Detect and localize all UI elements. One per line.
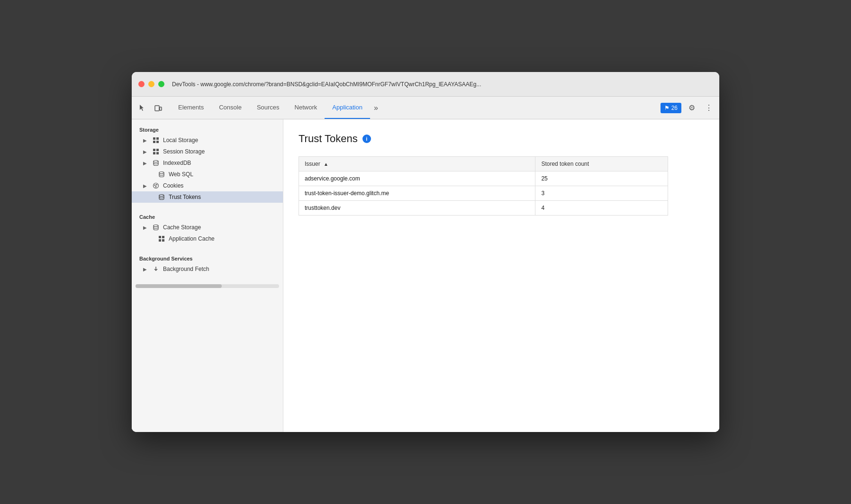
tab-network[interactable]: Network xyxy=(287,97,325,119)
sidebar-item-background-fetch[interactable]: ▶ Background Fetch xyxy=(132,263,283,275)
content-panel: Trust Tokens i Issuer ▲ Stored token cou… xyxy=(283,119,719,432)
issuer-column-header[interactable]: Issuer ▲ xyxy=(299,157,535,171)
tabs: Elements Console Sources Network Applica… xyxy=(171,97,661,119)
tab-sources[interactable]: Sources xyxy=(249,97,287,119)
sidebar-item-indexeddb[interactable]: ▶ IndexedDB xyxy=(132,157,283,169)
svg-rect-7 xyxy=(156,149,159,151)
svg-point-11 xyxy=(159,172,164,174)
svg-rect-3 xyxy=(156,137,159,140)
grid-icon xyxy=(152,137,160,144)
cookie-icon xyxy=(152,182,160,189)
svg-rect-5 xyxy=(156,141,159,143)
sidebar-item-trust-tokens[interactable]: ▶ Trust Tokens xyxy=(132,191,283,203)
table-row: trusttoken.dev4 xyxy=(299,201,668,216)
issuer-cell: trusttoken.dev xyxy=(299,201,535,216)
trust-tokens-table: Issuer ▲ Stored token count adservice.go… xyxy=(299,156,668,216)
tab-application[interactable]: Application xyxy=(325,97,370,119)
tab-console[interactable]: Console xyxy=(211,97,249,119)
cache-section-label: Cache xyxy=(132,210,283,222)
svg-point-15 xyxy=(155,187,156,188)
chevron-right-icon: ▶ xyxy=(143,138,149,143)
token-count-cell: 25 xyxy=(535,171,668,186)
sidebar-scrollbar[interactable] xyxy=(136,284,279,288)
sidebar-item-application-cache[interactable]: ▶ Application Cache xyxy=(132,233,283,244)
tab-bar-icons xyxy=(136,101,165,115)
issues-count: 26 xyxy=(671,105,678,111)
svg-rect-0 xyxy=(155,106,159,111)
svg-point-16 xyxy=(159,195,164,197)
database-icon xyxy=(152,160,160,166)
table-row: trust-token-issuer-demo.glitch.me3 xyxy=(299,186,668,201)
chevron-right-icon: ▶ xyxy=(143,149,149,154)
traffic-lights xyxy=(138,81,164,87)
svg-rect-19 xyxy=(162,236,164,238)
issues-icon: ⚑ xyxy=(664,105,670,111)
title-bar: DevTools - www.google.com/chrome/?brand=… xyxy=(132,72,719,97)
web-sql-label: Web SQL xyxy=(169,171,193,178)
issues-badge-button[interactable]: ⚑ 26 xyxy=(661,103,681,113)
page-title: Trust Tokens xyxy=(299,133,358,145)
local-storage-label: Local Storage xyxy=(163,137,198,144)
svg-point-13 xyxy=(154,185,155,186)
svg-rect-20 xyxy=(159,239,161,242)
table-row: adservice.google.com25 xyxy=(299,171,668,186)
indexeddb-label: IndexedDB xyxy=(163,160,191,166)
sidebar: Storage ▶ Local Storage ▶ xyxy=(132,119,283,432)
chevron-right-icon: ▶ xyxy=(143,267,149,272)
devtools-panel: Elements Console Sources Network Applica… xyxy=(132,97,719,432)
devtools-window: DevTools - www.google.com/chrome/?brand=… xyxy=(132,72,719,432)
device-toggle-icon[interactable] xyxy=(152,101,165,115)
background-fetch-label: Background Fetch xyxy=(163,266,209,272)
window-title: DevTools - www.google.com/chrome/?brand=… xyxy=(172,81,713,88)
main-area: Storage ▶ Local Storage ▶ xyxy=(132,119,719,432)
svg-rect-6 xyxy=(153,149,155,151)
database-icon xyxy=(152,224,160,231)
maximize-button[interactable] xyxy=(158,81,164,87)
chevron-right-icon: ▶ xyxy=(143,161,149,166)
sidebar-item-cookies[interactable]: ▶ Cookies xyxy=(132,180,283,191)
cache-storage-label: Cache Storage xyxy=(163,224,201,231)
chevron-right-icon: ▶ xyxy=(143,225,149,230)
sort-arrow-icon: ▲ xyxy=(324,162,328,167)
svg-rect-2 xyxy=(153,137,155,140)
cursor-icon[interactable] xyxy=(136,101,149,115)
storage-section-label: Storage xyxy=(132,123,283,135)
token-count-cell: 3 xyxy=(535,186,668,201)
svg-rect-1 xyxy=(160,107,162,110)
issuer-cell: adservice.google.com xyxy=(299,171,535,186)
sidebar-item-session-storage[interactable]: ▶ Session Storage xyxy=(132,146,283,157)
info-icon[interactable]: i xyxy=(362,135,371,143)
token-count-column-header: Stored token count xyxy=(535,157,668,171)
sidebar-item-web-sql[interactable]: ▶ Web SQL xyxy=(132,169,283,180)
close-button[interactable] xyxy=(138,81,145,87)
more-options-button[interactable]: ⋮ xyxy=(702,101,715,115)
svg-rect-4 xyxy=(153,141,155,143)
svg-rect-9 xyxy=(156,152,159,154)
minimize-button[interactable] xyxy=(148,81,154,87)
issuer-cell: trust-token-issuer-demo.glitch.me xyxy=(299,186,535,201)
svg-point-14 xyxy=(156,184,157,185)
arrow-icon xyxy=(152,266,160,272)
settings-button[interactable]: ⚙ xyxy=(685,101,698,115)
tab-elements[interactable]: Elements xyxy=(171,97,211,119)
application-cache-label: Application Cache xyxy=(169,235,215,242)
tab-bar-right: ⚑ 26 ⚙ ⋮ xyxy=(661,101,715,115)
page-title-row: Trust Tokens i xyxy=(299,133,704,145)
database-icon xyxy=(157,171,166,178)
cookies-label: Cookies xyxy=(163,182,183,189)
tab-more-button[interactable]: » xyxy=(370,97,382,119)
svg-point-10 xyxy=(154,161,158,162)
svg-rect-8 xyxy=(153,152,155,154)
trust-tokens-sidebar-label: Trust Tokens xyxy=(169,194,201,200)
chevron-right-icon: ▶ xyxy=(143,183,149,189)
svg-point-17 xyxy=(154,225,158,227)
database-icon xyxy=(157,194,166,200)
tab-bar: Elements Console Sources Network Applica… xyxy=(132,97,719,119)
bg-services-section-label: Background Services xyxy=(132,252,283,263)
sidebar-item-local-storage[interactable]: ▶ Local Storage xyxy=(132,135,283,146)
session-storage-label: Session Storage xyxy=(163,148,205,155)
grid-icon xyxy=(157,235,166,242)
sidebar-item-cache-storage[interactable]: ▶ Cache Storage xyxy=(132,222,283,233)
grid-icon xyxy=(152,148,160,155)
token-count-cell: 4 xyxy=(535,201,668,216)
